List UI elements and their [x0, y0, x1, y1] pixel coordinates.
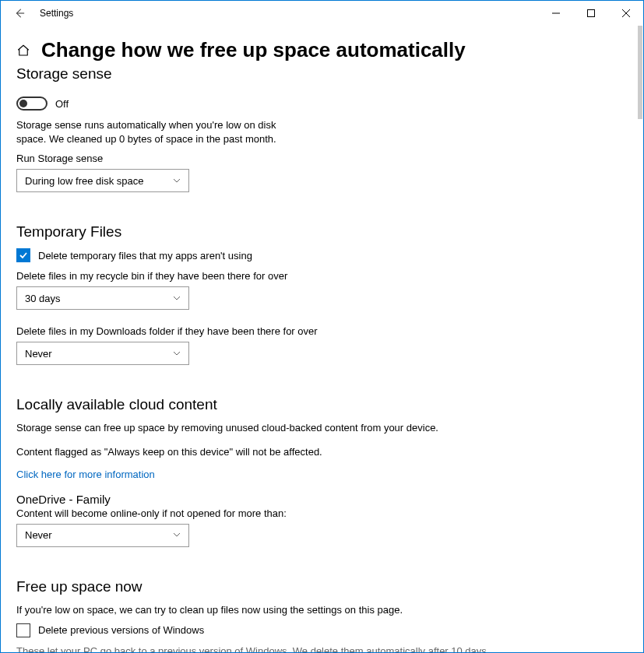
temp-files-checkbox-label: Delete temporary files that my apps aren… — [38, 250, 252, 262]
recycle-bin-label: Delete files in my recycle bin if they h… — [16, 270, 628, 282]
delete-prev-windows-label: Delete previous versions of Windows — [38, 624, 204, 636]
onedrive-heading: OneDrive - Family — [16, 493, 628, 506]
free-up-desc: If you're low on space, we can try to cl… — [16, 603, 484, 617]
content-area: Change how we free up space automaticall… — [1, 26, 643, 652]
free-up-heading: Free up space now — [16, 578, 628, 595]
storage-sense-heading: Storage sense — [16, 65, 628, 83]
maximize-button[interactable] — [573, 1, 608, 26]
cloud-desc2: Content flagged as "Always keep on this … — [16, 445, 484, 459]
free-up-note: These let your PC go back to a previous … — [16, 645, 628, 652]
window-title: Settings — [40, 8, 73, 19]
storage-sense-toggle[interactable] — [16, 97, 48, 111]
delete-prev-windows-row: Delete previous versions of Windows — [16, 623, 628, 637]
temp-files-checkbox-row: Delete temporary files that my apps aren… — [16, 248, 628, 262]
maximize-icon — [587, 9, 595, 17]
run-storage-sense-label: Run Storage sense — [16, 153, 628, 164]
chevron-down-icon — [173, 293, 181, 304]
close-icon — [622, 9, 630, 17]
cloud-desc1: Storage sense can free up space by remov… — [16, 421, 484, 435]
arrow-left-icon — [14, 8, 25, 19]
svg-rect-2 — [587, 10, 594, 17]
delete-prev-windows-checkbox[interactable] — [16, 623, 30, 637]
chevron-down-icon — [173, 529, 181, 541]
downloads-select[interactable]: Never — [16, 342, 189, 365]
run-storage-sense-select[interactable]: During low free disk space — [16, 169, 189, 192]
titlebar: Settings — [1, 1, 643, 26]
back-button[interactable] — [7, 1, 32, 26]
temporary-files-heading: Temporary Files — [16, 223, 628, 240]
downloads-label: Delete files in my Downloads folder if t… — [16, 325, 628, 337]
temp-files-checkbox[interactable] — [16, 248, 30, 262]
window-controls — [538, 1, 643, 26]
storage-sense-description: Storage sense runs automatically when yo… — [16, 118, 297, 146]
onedrive-value: Never — [25, 529, 52, 541]
scrollbar-thumb[interactable] — [638, 26, 642, 119]
onedrive-select[interactable]: Never — [16, 524, 189, 547]
storage-sense-toggle-row: Off — [16, 97, 628, 111]
minimize-icon — [552, 9, 560, 17]
cloud-content-heading: Locally available cloud content — [16, 396, 628, 413]
page-header: Change how we free up space automaticall… — [16, 38, 628, 62]
run-storage-sense-value: During low free disk space — [25, 175, 143, 187]
check-icon — [19, 251, 28, 260]
onedrive-desc: Content will become online-only if not o… — [16, 507, 628, 519]
recycle-bin-value: 30 days — [25, 293, 61, 304]
chevron-down-icon — [173, 348, 181, 360]
toggle-knob — [19, 100, 27, 107]
page-title: Change how we free up space automaticall… — [41, 38, 466, 62]
close-button[interactable] — [608, 1, 643, 26]
home-icon — [16, 44, 30, 58]
recycle-bin-select[interactable]: 30 days — [16, 286, 189, 310]
downloads-value: Never — [25, 348, 52, 360]
chevron-down-icon — [173, 175, 181, 187]
cloud-info-link[interactable]: Click here for more information — [16, 469, 155, 480]
storage-sense-toggle-label: Off — [55, 98, 69, 110]
minimize-button[interactable] — [538, 1, 573, 26]
